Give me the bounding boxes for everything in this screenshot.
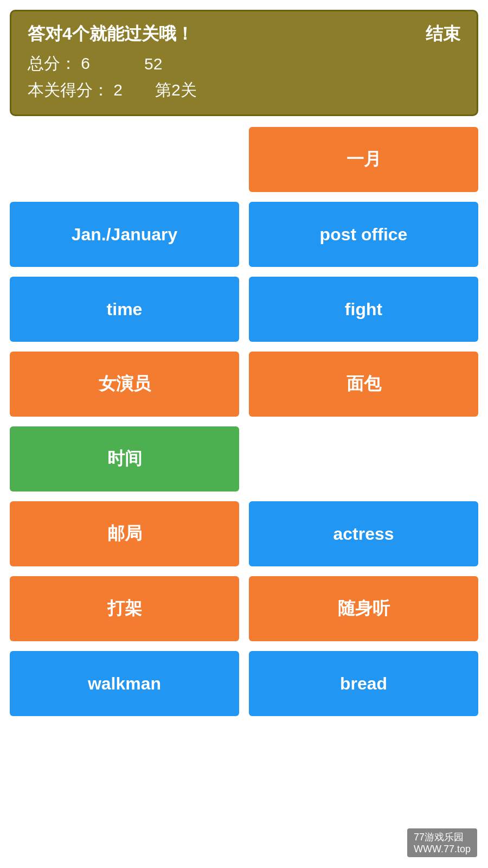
card-4[interactable]: post office [249, 202, 478, 267]
card-11[interactable]: 邮局 [10, 501, 239, 566]
card-8[interactable]: 面包 [249, 352, 478, 417]
card-15[interactable]: walkman [10, 651, 239, 716]
card-9[interactable]: 时间 [10, 426, 239, 492]
card-6[interactable]: fight [249, 277, 478, 342]
card-1 [10, 127, 239, 192]
level-label: 第2关 [155, 79, 197, 101]
card-grid: 一月Jan./Januarypost officetimefight女演员面包时… [0, 116, 488, 727]
card-13[interactable]: 打架 [10, 576, 239, 641]
score2: 52 [144, 55, 162, 73]
card-16[interactable]: bread [249, 651, 478, 716]
level-score-label: 本关得分： 2 [28, 79, 123, 101]
total-score-label: 总分： 6 [28, 53, 90, 75]
card-5[interactable]: time [10, 277, 239, 342]
end-button[interactable]: 结束 [426, 22, 460, 46]
card-7[interactable]: 女演员 [10, 352, 239, 417]
header-box: 答对4个就能过关哦！ 结束 总分： 6 52 本关得分： 2 第2关 [10, 10, 478, 116]
card-10 [249, 426, 478, 492]
card-14[interactable]: 随身听 [249, 576, 478, 641]
header-title: 答对4个就能过关哦！ [28, 22, 194, 46]
card-12[interactable]: actress [249, 501, 478, 566]
watermark: 77游戏乐园 WWW.77.top [407, 828, 477, 857]
card-3[interactable]: Jan./January [10, 202, 239, 267]
card-2[interactable]: 一月 [249, 127, 478, 192]
